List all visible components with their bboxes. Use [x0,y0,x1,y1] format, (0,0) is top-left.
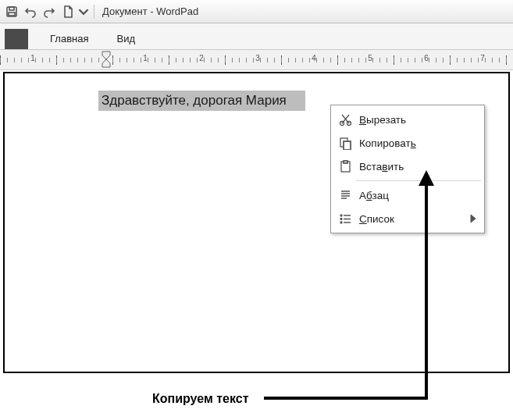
tab-view[interactable]: Вид [102,28,149,49]
arrow-line [425,173,428,400]
file-tab[interactable] [5,29,28,49]
ctx-label: Абзац [354,190,478,201]
ctx-paste[interactable]: Вставить [333,155,483,178]
ruler-number: 4 [312,54,316,62]
svg-rect-1 [9,7,14,10]
svg-point-13 [340,215,342,216]
arrow-head-icon [419,170,434,186]
selected-text[interactable]: Здравствуйте, дорогая Мария [98,91,305,111]
svg-rect-2 [9,12,15,16]
svg-point-15 [340,222,342,223]
chevron-down-icon [78,5,89,18]
caption-text: Копируем текст [152,392,249,406]
ctx-label: Список [354,213,478,225]
ruler-number: 7 [480,54,485,62]
svg-point-14 [340,218,342,219]
titlebar-separator [94,5,94,19]
context-menu: Вырезать Копировать Вставить Абзац Списо… [330,105,485,233]
undo-button[interactable] [22,3,39,20]
document-icon [62,5,74,18]
list-icon [336,212,354,226]
ctx-paragraph[interactable]: Абзац [333,183,483,207]
ruler-number: 2 [199,54,204,62]
tab-home[interactable]: Главная [36,28,102,49]
ruler[interactable]: 1 1 2 3 4 5 6 7 8 [0,50,513,70]
new-doc-button[interactable] [59,3,77,20]
ruler-number: 1 [30,54,35,62]
ruler-number: 6 [424,54,429,62]
window-title: Документ - WordPad [102,5,198,17]
ctx-copy[interactable]: Копировать [333,131,483,155]
ctx-label: Вставить [354,161,478,173]
submenu-arrow-icon [470,214,476,226]
arrow-line [264,397,428,400]
paste-icon [336,160,354,173]
redo-button[interactable] [41,3,58,20]
ctx-cut[interactable]: Вырезать [333,108,483,131]
paragraph-icon [336,189,354,202]
ctx-list[interactable]: Список [333,207,483,230]
ruler-number: 3 [255,54,260,62]
cut-icon [336,113,354,126]
indent-marker[interactable] [102,51,111,68]
save-button[interactable] [3,3,20,20]
undo-icon [24,5,37,18]
ctx-label: Копировать [354,137,478,149]
ribbon: Главная Вид [0,23,513,50]
svg-marker-3 [102,52,110,59]
svg-marker-4 [102,59,110,67]
svg-marker-16 [471,215,476,222]
title-bar: Документ - WordPad [0,0,513,23]
ruler-number: 1 [143,54,148,62]
ruler-number: 5 [368,54,372,62]
copy-icon [336,137,354,150]
ctx-label: Вырезать [354,114,478,126]
svg-rect-8 [344,141,351,150]
qat-customize-button[interactable] [78,3,89,20]
save-icon [5,5,18,18]
redo-icon [43,5,55,18]
